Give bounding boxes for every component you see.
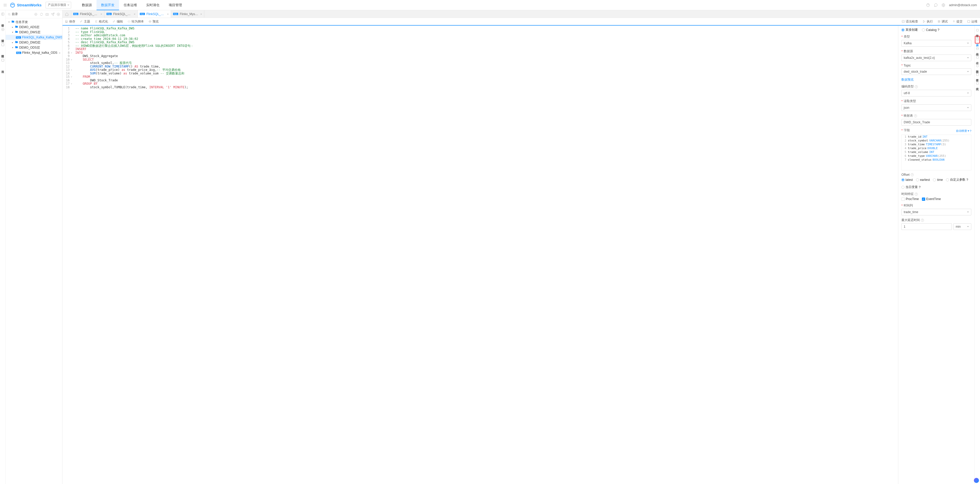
auto-map-link[interactable]: 自动映射 ▾ ?: [956, 129, 971, 133]
help-icon[interactable]: [926, 3, 930, 7]
editor-tab[interactable]: SQLFlinkSQL_Kafka_Ka...×: [138, 10, 171, 17]
nav-tab-4[interactable]: 项目管理: [164, 0, 187, 10]
gear-icon[interactable]: [1, 27, 5, 33]
save-button[interactable]: 保存: [65, 19, 75, 24]
code-editor[interactable]: 12345678⌄910⌄111213⌄1415⌄1617⌄18 -- name…: [62, 25, 898, 484]
field-row: 4trade_price DOUBLE: [902, 146, 971, 150]
topic-select[interactable]: dwd_stock_trade: [901, 68, 971, 75]
rail-func-mgmt[interactable]: 函数管理: [1, 52, 5, 54]
right-rail-1[interactable]: 源表: [975, 36, 980, 43]
right-rail-6[interactable]: 批模式: [975, 80, 979, 87]
maxdelay-input[interactable]: 1: [901, 223, 952, 230]
tree-node[interactable]: SQLFlinkx_Mysql_kafka_ODSadmin@dtstac...: [6, 50, 62, 55]
nav-tab-3[interactable]: 实时湖仓: [142, 0, 164, 10]
rail-task-mgmt[interactable]: 任务管理: [1, 21, 5, 23]
left-rail: 任务管理 资源管理 函数管理 表查询: [0, 10, 6, 484]
editor-tab[interactable]: SQLFlinkx_Mysql_kafk...×: [171, 10, 204, 17]
table-icon[interactable]: [1, 57, 5, 63]
debug-button[interactable]: 调试: [937, 19, 948, 24]
settings-icon[interactable]: [941, 3, 945, 7]
project-select[interactable]: 产品演示项目: [46, 2, 71, 8]
svg-point-2: [943, 5, 944, 6]
timecol-select[interactable]: trade_time: [901, 209, 971, 216]
search-icon[interactable]: [8, 13, 11, 16]
maxdelay-unit[interactable]: min: [953, 223, 971, 230]
svg-rect-17: [938, 21, 940, 22]
script-button[interactable]: 转为脚本: [127, 19, 144, 24]
tree-node[interactable]: SQLFlinkSQL_Kafka_Kafka_DWSadmin@dts...: [6, 35, 62, 40]
editor-tab[interactable]: SQLFlinkSQL_Kafka_Ka...×: [71, 10, 105, 17]
svg-rect-6: [2, 43, 4, 46]
new-folder-icon[interactable]: [45, 13, 49, 16]
tree-node[interactable]: ▾DEMO_ODS层: [6, 45, 62, 50]
tree-node[interactable]: ▾DEMO_DWS层: [6, 30, 62, 35]
field-row: 5trade_volume INT: [902, 150, 971, 154]
preview-button[interactable]: 预览: [148, 19, 159, 24]
svg-point-14: [150, 21, 151, 22]
svg-rect-26: [977, 83, 978, 84]
svg-rect-20: [977, 29, 978, 31]
right-rail-0[interactable]: 任务详情: [975, 27, 979, 34]
menu-icon[interactable]: [3, 3, 7, 7]
edit-button[interactable]: 编辑: [113, 19, 123, 24]
readtype-select[interactable]: json: [901, 105, 971, 111]
svg-rect-21: [977, 38, 978, 40]
offset-自定义参数[interactable]: 自定义参数?: [946, 178, 968, 182]
refresh-icon[interactable]: [40, 13, 43, 16]
right-rail-4[interactable]: 环境参数: [975, 63, 979, 70]
right-rail-5[interactable]: 任务设置: [975, 71, 979, 78]
rail-resource-mgmt[interactable]: 资源管理: [1, 36, 5, 38]
close-icon[interactable]: ×: [200, 13, 202, 16]
close-icon[interactable]: ×: [100, 13, 102, 16]
rail-collapse-icon[interactable]: [1, 11, 5, 17]
type-select[interactable]: Kafka: [901, 40, 971, 46]
theme-button[interactable]: 主题: [80, 19, 90, 24]
svg-rect-23: [977, 56, 978, 58]
svg-rect-25: [977, 74, 978, 76]
proctime-check[interactable]: ProcTime: [901, 197, 919, 201]
assistant-button[interactable]: [974, 478, 979, 483]
offset-当日变量[interactable]: 当日变量?: [901, 185, 921, 189]
svg-rect-3: [2, 13, 4, 15]
offset-earliest[interactable]: earliest: [916, 178, 930, 182]
svg-point-9: [35, 13, 37, 15]
svg-rect-7: [2, 59, 4, 61]
tree-node[interactable]: ▾任务开发: [6, 19, 62, 25]
fx-icon[interactable]: [1, 42, 5, 48]
svg-marker-16: [923, 21, 925, 23]
chat-icon[interactable]: [934, 3, 938, 7]
create-mode-catalog[interactable]: Catalog?: [922, 28, 939, 32]
home-tab[interactable]: [62, 10, 71, 17]
eventtime-check[interactable]: EventTime: [922, 197, 941, 201]
svg-rect-13: [66, 22, 67, 22]
nav-tab-1[interactable]: 数据开发: [97, 0, 119, 10]
close-icon[interactable]: ×: [167, 13, 169, 16]
rail-table-query[interactable]: 表查询: [1, 67, 5, 69]
submit-button[interactable]: 提交: [952, 19, 963, 24]
create-mode-direct[interactable]: 直接创建: [901, 28, 918, 32]
directory-title: 目录: [12, 12, 18, 16]
data-preview-link[interactable]: 数据预览: [901, 78, 914, 81]
user-email[interactable]: admin@dtstack.com: [949, 3, 977, 7]
send-icon[interactable]: [51, 13, 54, 16]
syntax-button[interactable]: 语法检查: [902, 19, 918, 24]
nav-tab-2[interactable]: 任务运维: [119, 0, 142, 10]
right-rail-3[interactable]: 维表: [975, 54, 979, 61]
tree-node[interactable]: ▸DEMO_DWD层: [6, 40, 62, 45]
format-button[interactable]: 格式化: [95, 19, 108, 24]
nav-tab-0[interactable]: 数据源: [77, 0, 97, 10]
encoding-select[interactable]: utf-8: [901, 90, 971, 97]
locate-icon[interactable]: [34, 13, 38, 16]
exec-button[interactable]: 执行: [923, 19, 933, 24]
right-rail-2[interactable]: 结果表: [975, 46, 979, 52]
maptable-input[interactable]: DWD_Stock_Trade: [901, 119, 971, 125]
offset-latest[interactable]: latest: [901, 178, 913, 182]
tree-node[interactable]: ▸DEMO_ADS层: [6, 25, 62, 30]
editor-tab[interactable]: SQLFlinkSQL_Kafka_Ka...×: [105, 10, 138, 17]
close-icon[interactable]: ×: [134, 13, 135, 16]
ops-button[interactable]: 运维: [967, 19, 977, 24]
add-icon[interactable]: [57, 13, 60, 16]
offset-time[interactable]: time: [933, 178, 943, 182]
datasource-select[interactable]: kafka2x_auto_test(2.x): [901, 54, 971, 61]
svg-point-10: [36, 14, 36, 14]
